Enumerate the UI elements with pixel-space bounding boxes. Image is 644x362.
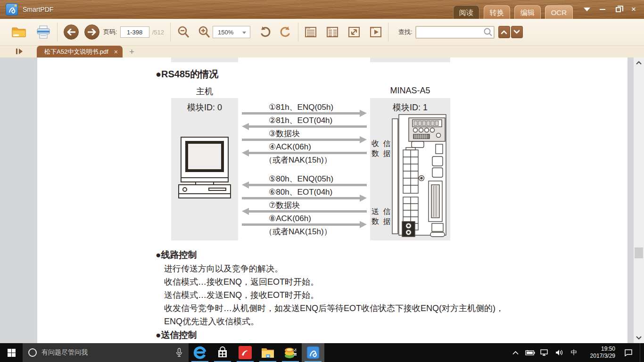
new-tab-icon[interactable]: + [129,47,134,57]
ribbon-tabs: 阅读 转换 编辑 OCR [453,5,573,19]
app-title: SmartPDF [23,6,53,13]
tray-expand-icon[interactable] [510,343,520,362]
page-number-input[interactable] [120,26,149,38]
smartpdf-logo-glyph [7,5,17,14]
nav-back-icon[interactable] [64,25,79,40]
host-module-id: 模块ID: 0 [171,102,238,113]
titlebar: SmartPDF 阅读 转换 编辑 OCR × [0,0,644,19]
message-note: （或者NAK(15h)） [242,227,367,239]
search-icon [483,27,493,37]
message-row: ⑧ACK(06h) [242,214,367,227]
screen: SmartPDF 阅读 转换 编辑 OCR × [0,0,644,362]
search-prev-icon[interactable] [498,26,510,38]
restore-icon[interactable] [614,6,622,13]
explorer-icon[interactable] [256,343,279,362]
sidebar-toggle-icon[interactable] [16,47,28,56]
cortana-icon [28,348,37,357]
send-data-label: 送 信 数 据 [372,206,391,226]
zoom-level-value: 150% [218,29,233,36]
document-tab-title: 松下A52中文说明书.pdf [44,48,108,56]
section-heading-send-control: ●送信控制 [156,329,197,341]
arrow-right-icon [242,139,360,141]
device-module-id: 模块ID: 1 [370,102,450,113]
find-input[interactable] [419,27,483,37]
section-heading-line-control: ●线路控制 [156,249,197,261]
toolbar-separator [298,23,298,41]
message-row: ⑦数据块 [242,201,367,214]
cortana-search[interactable]: 有问题尽管问我 [23,343,189,362]
message-sequence-2: ⑤80h、ENQ(05h) ⑥80h、EOT(04h) ⑦数据块 ⑧ACK(06… [242,174,367,239]
pdf-page: ●RS485的情况 主机 MINAS-A5 模块ID: 0 [37,58,627,343]
battery-icon[interactable] [525,343,535,362]
red-app-icon[interactable] [234,343,256,362]
toolbar-separator [170,23,171,41]
volume-icon[interactable] [554,343,564,362]
message-row: ②81h、EOT(04h) [242,116,367,129]
print-icon[interactable] [36,25,51,39]
taskbar-search-placeholder: 有问题尽管问我 [41,348,175,357]
network-icon[interactable] [539,343,550,362]
prev-diagram-fragment [171,58,238,62]
ribbon-tab-edit[interactable]: 编辑 [514,5,541,19]
scrollbar-thumb[interactable] [635,247,643,258]
close-tab-icon[interactable]: × [114,48,118,56]
zoom-in-icon[interactable] [198,25,211,39]
toolbar-separator [57,23,58,41]
scroll-down-icon[interactable] [634,334,644,342]
taskbar: 有问题尽管问我 [0,343,644,362]
device-caption: MINAS-A5 [370,86,450,96]
ime-indicator[interactable]: 中 [569,348,579,357]
body-text: 收信模式…接收ENQ，返回EOT时开始。 [164,276,319,288]
start-icon[interactable] [0,343,23,362]
action-center-icon[interactable] [621,343,636,362]
smartpdf-taskbar-icon[interactable] [302,343,324,362]
body-text: 进行传送方向以及竞争的解决。 [164,263,283,274]
single-page-view-icon[interactable] [305,26,317,38]
prev-diagram-fragment [370,58,450,62]
vertical-scrollbar[interactable] [634,58,644,343]
zoom-out-icon[interactable] [177,25,190,39]
minimize-icon[interactable] [599,6,606,13]
body-text: 送信模式…发送ENQ，接收EOT时开始。 [164,289,319,301]
chevron-down-icon [242,32,246,34]
message-label: ①81h、ENQ(05h) [242,103,367,112]
ribbon-tab-convert[interactable]: 转换 [484,5,510,19]
message-label: ⑧ACK(06h) [242,214,367,223]
message-row: ④ACK(06h) [242,142,367,156]
section-heading-rs485: ●RS485的情况 [156,68,218,81]
edge-icon[interactable] [189,343,211,362]
open-folder-icon[interactable] [11,25,27,39]
find-label: 查找: [398,28,413,36]
presentation-icon[interactable] [370,26,382,38]
servo-drive-illustration [392,114,447,238]
nav-forward-icon[interactable] [84,25,99,40]
arrow-right-icon [242,223,360,226]
arrow-left-icon [249,184,367,186]
dictionary-icon[interactable] [279,343,302,362]
clock-date: 2017/3/29 [585,353,615,360]
facing-page-view-icon[interactable] [326,26,339,38]
close-icon[interactable]: × [630,6,637,13]
ribbon-tab-read[interactable]: 阅读 [453,5,479,19]
computer-illustration [178,137,231,199]
zoom-level-select[interactable]: 150% [213,26,250,38]
store-icon[interactable] [211,343,234,362]
show-desktop-button[interactable] [640,343,642,362]
receive-data-label: 收 信 数 据 [372,139,391,158]
page-total: /512 [152,29,164,36]
body-text: ENQ优先进入收信模式。 [164,316,259,327]
search-next-icon[interactable] [511,26,523,38]
dropdown-icon[interactable] [583,6,591,13]
fit-window-icon[interactable] [348,26,360,38]
rotate-left-icon[interactable] [259,25,272,39]
ribbon-tab-ocr[interactable]: OCR [545,5,573,19]
clock[interactable]: 19:50 2017/3/29 [585,346,615,360]
scroll-up-icon[interactable] [634,58,644,67]
rotate-right-icon[interactable] [279,25,292,39]
microphone-icon[interactable] [175,348,183,357]
arrow-left-icon [249,152,367,154]
document-tab[interactable]: 松下A52中文说明书.pdf × [37,46,123,58]
message-row: ①81h、ENQ(05h) [242,103,367,116]
message-label: ⑤80h、ENQ(05h) [242,174,367,183]
message-label: ③数据块 [242,129,367,138]
